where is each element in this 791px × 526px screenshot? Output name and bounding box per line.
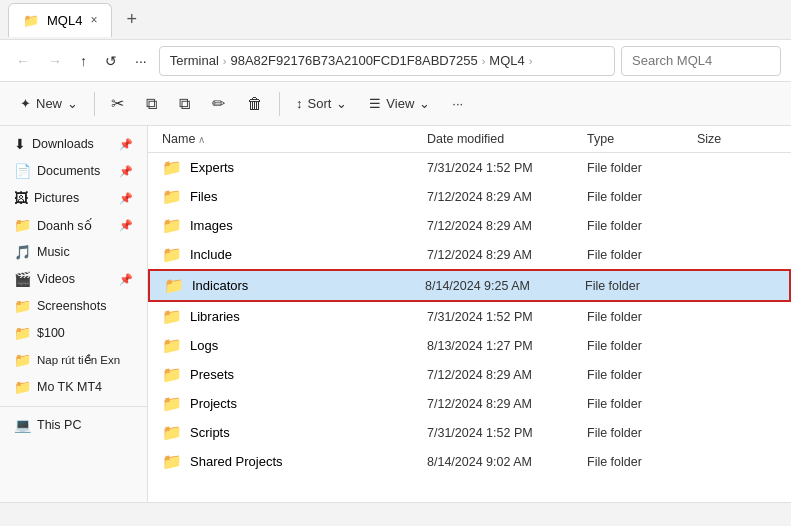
folder-icon: 📁 bbox=[162, 187, 182, 206]
delete-button[interactable]: 🗑 bbox=[237, 87, 273, 121]
file-type: File folder bbox=[587, 219, 697, 233]
table-row[interactable]: 📁 Experts 7/31/2024 1:52 PM File folder bbox=[148, 153, 791, 182]
sidebar-item-screenshots[interactable]: 📁 Screenshots bbox=[4, 293, 143, 319]
col-date-header[interactable]: Date modified bbox=[427, 132, 587, 146]
sidebar-item-100[interactable]: 📁 $100 bbox=[4, 320, 143, 346]
folder-icon: 📁 bbox=[162, 336, 182, 355]
toolbar: ✦ New ⌄ ✂ ⧉ ⧉ ✏ 🗑 ↕ Sort ⌄ ☰ View ⌄ ··· bbox=[0, 82, 791, 126]
status-bar bbox=[0, 502, 791, 526]
sidebar-item-documents[interactable]: 📄 Documents 📌 bbox=[4, 158, 143, 184]
title-bar: 📁 MQL4 × + bbox=[0, 0, 791, 40]
up-button[interactable]: ↑ bbox=[74, 49, 93, 73]
sidebar-item-downloads[interactable]: ⬇ Downloads 📌 bbox=[4, 131, 143, 157]
breadcrumb-mql4[interactable]: MQL4 bbox=[489, 53, 524, 68]
file-name-cell: 📁 Presets bbox=[162, 365, 427, 384]
breadcrumb-guid[interactable]: 98A82F92176B73A2100FCD1F8ABD7255 bbox=[230, 53, 477, 68]
sort-arrow-icon: ∧ bbox=[198, 134, 205, 145]
more-nav-button[interactable]: ··· bbox=[129, 49, 153, 73]
sidebar-item-doanh-so[interactable]: 📁 Doanh số 📌 bbox=[4, 212, 143, 238]
table-row[interactable]: 📁 Indicators 8/14/2024 9:25 AM File fold… bbox=[148, 269, 791, 302]
file-date: 7/12/2024 8:29 AM bbox=[427, 190, 587, 204]
file-list: 📁 Experts 7/31/2024 1:52 PM File folder … bbox=[148, 153, 791, 476]
sidebar-label-doanh-so: Doanh số bbox=[37, 218, 92, 233]
rename-button[interactable]: ✏ bbox=[202, 87, 235, 121]
file-name-cell: 📁 Shared Projects bbox=[162, 452, 427, 471]
window-tab[interactable]: 📁 MQL4 × bbox=[8, 3, 112, 37]
file-name: Shared Projects bbox=[190, 454, 283, 469]
sidebar-item-nap-rut[interactable]: 📁 Nap rút tiền Exn bbox=[4, 347, 143, 373]
this-pc-section: 💻 This PC bbox=[0, 406, 147, 438]
file-date: 7/12/2024 8:29 AM bbox=[427, 248, 587, 262]
view-label: View bbox=[386, 96, 414, 111]
videos-icon: 🎬 bbox=[14, 271, 31, 287]
pin-icon-5: 📌 bbox=[119, 273, 133, 286]
table-row[interactable]: 📁 Libraries 7/31/2024 1:52 PM File folde… bbox=[148, 302, 791, 331]
sort-chevron-icon: ⌄ bbox=[336, 96, 347, 111]
col-size-header[interactable]: Size bbox=[697, 132, 777, 146]
col-name-header[interactable]: Name ∧ bbox=[162, 132, 427, 146]
documents-icon: 📄 bbox=[14, 163, 31, 179]
view-button[interactable]: ☰ View ⌄ bbox=[359, 87, 440, 121]
tab-label: MQL4 bbox=[47, 13, 82, 28]
file-name: Files bbox=[190, 189, 217, 204]
cut-button[interactable]: ✂ bbox=[101, 87, 134, 121]
more-toolbar-button[interactable]: ··· bbox=[442, 87, 473, 121]
breadcrumb[interactable]: Terminal › 98A82F92176B73A2100FCD1F8ABD7… bbox=[159, 46, 615, 76]
file-name-cell: 📁 Files bbox=[162, 187, 427, 206]
col-type-header[interactable]: Type bbox=[587, 132, 697, 146]
file-date: 7/31/2024 1:52 PM bbox=[427, 310, 587, 324]
back-button[interactable]: ← bbox=[10, 49, 36, 73]
file-name-cell: 📁 Libraries bbox=[162, 307, 427, 326]
file-name: Experts bbox=[190, 160, 234, 175]
file-type: File folder bbox=[587, 397, 697, 411]
paste-button[interactable]: ⧉ bbox=[169, 87, 200, 121]
new-tab-button[interactable]: + bbox=[118, 5, 145, 34]
table-row[interactable]: 📁 Projects 7/12/2024 8:29 AM File folder bbox=[148, 389, 791, 418]
folder-icon: 📁 bbox=[162, 394, 182, 413]
folder-icon: 📁 bbox=[162, 365, 182, 384]
sort-label: Sort bbox=[308, 96, 332, 111]
sidebar-item-mo-tk[interactable]: 📁 Mo TK MT4 bbox=[4, 374, 143, 400]
sidebar-item-pictures[interactable]: 🖼 Pictures 📌 bbox=[4, 185, 143, 211]
sidebar: ⬇ Downloads 📌 📄 Documents 📌 🖼 Pictures 📌… bbox=[0, 126, 148, 502]
table-row[interactable]: 📁 Files 7/12/2024 8:29 AM File folder bbox=[148, 182, 791, 211]
file-type: File folder bbox=[587, 455, 697, 469]
sidebar-label-screenshots: Screenshots bbox=[37, 299, 106, 313]
search-input[interactable] bbox=[621, 46, 781, 76]
rename-icon: ✏ bbox=[212, 94, 225, 113]
table-row[interactable]: 📁 Scripts 7/31/2024 1:52 PM File folder bbox=[148, 418, 791, 447]
table-row[interactable]: 📁 Images 7/12/2024 8:29 AM File folder bbox=[148, 211, 791, 240]
table-row[interactable]: 📁 Logs 8/13/2024 1:27 PM File folder bbox=[148, 331, 791, 360]
sidebar-item-this-pc[interactable]: 💻 This PC bbox=[4, 412, 143, 438]
table-row[interactable]: 📁 Shared Projects 8/14/2024 9:02 AM File… bbox=[148, 447, 791, 476]
sidebar-item-music[interactable]: 🎵 Music bbox=[4, 239, 143, 265]
table-row[interactable]: 📁 Include 7/12/2024 8:29 AM File folder bbox=[148, 240, 791, 269]
folder-icon: 📁 bbox=[162, 158, 182, 177]
tab-close-button[interactable]: × bbox=[90, 13, 97, 27]
file-name-cell: 📁 Logs bbox=[162, 336, 427, 355]
file-name: Include bbox=[190, 247, 232, 262]
forward-button[interactable]: → bbox=[42, 49, 68, 73]
refresh-button[interactable]: ↺ bbox=[99, 49, 123, 73]
folder-icon: 📁 bbox=[162, 216, 182, 235]
file-type: File folder bbox=[585, 279, 695, 293]
folder-icon: 📁 bbox=[162, 307, 182, 326]
file-date: 7/12/2024 8:29 AM bbox=[427, 219, 587, 233]
column-headers: Name ∧ Date modified Type Size bbox=[148, 126, 791, 153]
copy-icon: ⧉ bbox=[146, 95, 157, 113]
new-label: New bbox=[36, 96, 62, 111]
this-pc-icon: 💻 bbox=[14, 417, 31, 433]
view-icon: ☰ bbox=[369, 96, 381, 111]
breadcrumb-terminal[interactable]: Terminal bbox=[170, 53, 219, 68]
new-icon: ✦ bbox=[20, 96, 31, 111]
file-date: 7/12/2024 8:29 AM bbox=[427, 368, 587, 382]
table-row[interactable]: 📁 Presets 7/12/2024 8:29 AM File folder bbox=[148, 360, 791, 389]
sort-button[interactable]: ↕ Sort ⌄ bbox=[286, 87, 357, 121]
sidebar-item-videos[interactable]: 🎬 Videos 📌 bbox=[4, 266, 143, 292]
copy-button[interactable]: ⧉ bbox=[136, 87, 167, 121]
sidebar-label-downloads: Downloads bbox=[32, 137, 94, 151]
new-button[interactable]: ✦ New ⌄ bbox=[10, 87, 88, 121]
music-icon: 🎵 bbox=[14, 244, 31, 260]
file-type: File folder bbox=[587, 248, 697, 262]
100-icon: 📁 bbox=[14, 325, 31, 341]
